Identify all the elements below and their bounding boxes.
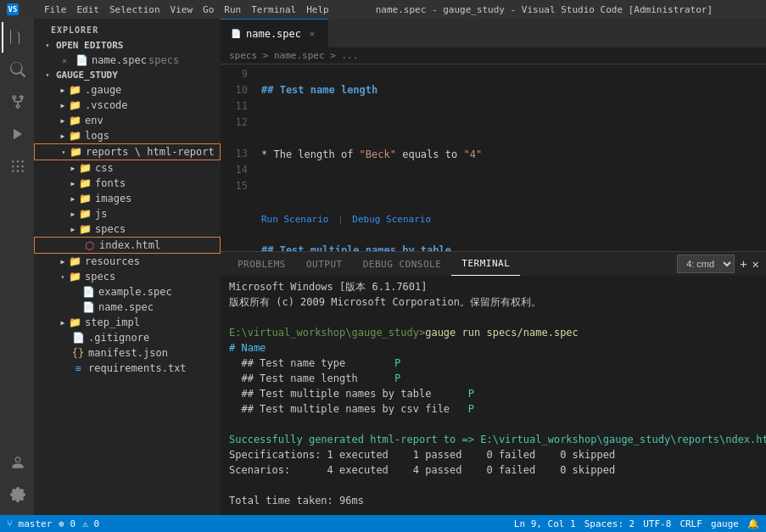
main-layout: EXPLORER ▾ OPEN EDITORS ✕ 📄 name.spec sp… [0,19,766,515]
line-col-status[interactable]: Ln 9, Col 1 [514,518,576,529]
tree-item-logs[interactable]: ▶ 📁 logs [34,128,221,143]
terminal-selector[interactable]: 4: cmd [677,255,735,273]
tree-item-requirements[interactable]: ≡ requirements.txt [34,361,221,376]
extensions-activity-icon[interactable] [2,151,32,182]
gauge-study-label: GAUGE_STUDY [56,70,118,81]
tree-item-step-impl[interactable]: ▶ 📁 step_impl [34,315,221,330]
tree-item-resources[interactable]: ▶ 📁 resources [34,254,221,269]
warnings-status[interactable]: ⚠ 0 [82,518,99,529]
branch-status[interactable]: ⑂ master [7,518,52,529]
tree-item-specs-sub[interactable]: ▶ 📁 specs [34,221,221,237]
code-editor[interactable]: 9 10 11 12 13 14 15 ## Test name length … [221,64,766,251]
open-editors-section[interactable]: ▾ OPEN EDITORS [34,38,221,53]
terminal-line-2: 版权所有 (c) 2009 Microsoft Corporation。保留所有… [229,294,758,310]
source-control-activity-icon[interactable] [2,87,32,117]
specs-main-folder-icon: 📁 [68,270,81,283]
terminal-line-11: Successfully generated html-report to =>… [229,432,758,447]
run-activity-icon[interactable] [2,119,32,149]
tab-name-spec[interactable]: 📄 name.spec ✕ [221,19,328,48]
encoding-status[interactable]: UTF-8 [643,518,671,529]
settings-activity-icon[interactable] [2,479,32,510]
close-icon[interactable]: ✕ [58,53,71,67]
tab-bar: 📄 name.spec ✕ [221,19,766,48]
tree-item-gitignore[interactable]: 📄 .gitignore [34,330,221,345]
search-activity-icon[interactable] [2,54,32,85]
terminal-line-6: ## Test name type P [229,356,758,371]
tree-item-reports[interactable]: ▾ 📁 reports \ html-report [34,143,221,160]
manifest-label: manifest.json [88,347,168,359]
errors-status[interactable]: ⊗ 0 [59,518,75,529]
logs-folder-icon: 📁 [68,129,81,143]
feedback-icon[interactable]: 🔔 [747,518,759,529]
tree-item-images[interactable]: ▶ 📁 images [34,191,221,206]
example-spacer [68,285,78,299]
gauge-study-section[interactable]: ▾ GAUGE_STUDY [34,68,221,82]
step-impl-chevron: ▶ [58,317,68,328]
spec-file-icon: 📄 [75,53,88,67]
close-panel-button[interactable]: ✕ [752,257,759,271]
menu-run[interactable]: Run [224,4,241,15]
tree-item-specs-main[interactable]: ▾ 📁 specs [34,269,221,284]
menu-selection[interactable]: Selection [109,4,160,15]
reports-folder-icon: 📁 [69,145,82,159]
menu-view[interactable]: View [171,4,193,15]
status-bar: ⑂ master ⊗ 0 ⚠ 0 Ln 9, Col 1 Spaces: 2 U… [0,515,766,532]
code-line-12 [261,179,766,195]
terminal-content[interactable]: Microsoft Windows [版本 6.1.7601] 版权所有 (c)… [221,276,766,506]
tree-item-name-spec[interactable]: 📄 name.spec [34,300,221,315]
tab-output[interactable]: OUTPUT [296,252,353,276]
terminal-line-8: ## Test multiple names by table P [229,386,758,401]
run-debug-bar: Run Scenario | Debug Scenario [261,211,766,227]
requirements-label: requirements.txt [88,362,187,374]
manifest-icon: {} [71,346,85,360]
gauge-chevron: ▶ [58,85,68,95]
tab-debug-console[interactable]: DEBUG CONSOLE [353,252,452,276]
menu-bar[interactable]: File Edit Selection View Go Run Terminal… [44,4,329,15]
tab-terminal[interactable]: TERMINAL [451,252,520,276]
open-editor-label: name.spec [92,54,147,66]
tree-item-env[interactable]: ▶ 📁 env [34,113,221,128]
crlf-status[interactable]: CRLF [679,518,702,529]
fonts-label: fonts [95,177,126,189]
specs-sub-folder-icon: 📁 [78,222,92,236]
open-editor-folder: specs [148,54,179,66]
terminal-line-4: E:\virtual_workshop\gauge_study>gauge ru… [229,325,758,340]
lang-status[interactable]: gauge [711,518,739,529]
open-editor-name-spec[interactable]: ✕ 📄 name.spec specs [34,53,221,68]
terminal-line-15: Total time taken: 96ms [229,493,758,506]
titlebar: VS File Edit Selection View Go Run Termi… [0,0,766,19]
tab-close-button[interactable]: ✕ [306,28,318,40]
tree-item-example-spec[interactable]: 📄 example.spec [34,284,221,300]
vscode-chevron: ▶ [58,100,68,110]
run-scenario-link[interactable]: Run Scenario [261,211,328,227]
menu-edit[interactable]: Edit [77,4,100,15]
menu-terminal[interactable]: Terminal [251,4,296,15]
menu-file[interactable]: File [44,4,67,15]
logs-chevron: ▶ [58,131,68,141]
step-impl-label: step_impl [85,316,140,328]
index-spacer [69,238,79,252]
menu-help[interactable]: Help [306,4,329,15]
tree-item-manifest[interactable]: {} manifest.json [34,345,221,361]
activity-bar [0,19,34,515]
menu-go[interactable]: Go [203,4,214,15]
new-terminal-button[interactable]: + [740,257,746,271]
debug-scenario-link[interactable]: Debug Scenario [352,211,431,227]
tree-item-fonts[interactable]: ▶ 📁 fonts [34,176,221,191]
spaces-status[interactable]: Spaces: 2 [584,518,635,529]
resources-chevron: ▶ [58,256,68,266]
account-icon[interactable] [2,447,32,478]
explorer-activity-icon[interactable] [2,22,32,53]
tree-item-js[interactable]: ▶ 📁 js [34,206,221,221]
terminal-line-10 [229,417,758,432]
resources-folder-icon: 📁 [68,255,81,268]
images-chevron: ▶ [68,193,78,204]
status-left: ⑂ master ⊗ 0 ⚠ 0 [7,518,99,529]
tree-item-css[interactable]: ▶ 📁 css [34,160,221,176]
gitignore-icon: 📄 [71,331,85,344]
tree-item-gauge[interactable]: ▶ 📁 .gauge [34,82,221,98]
name-spec-icon: 📄 [81,300,95,314]
tab-problems[interactable]: PROBLEMS [227,252,296,276]
tree-item-index-html[interactable]: ⬡ index.html [34,237,221,254]
tree-item-vscode[interactable]: ▶ 📁 .vscode [34,98,221,113]
